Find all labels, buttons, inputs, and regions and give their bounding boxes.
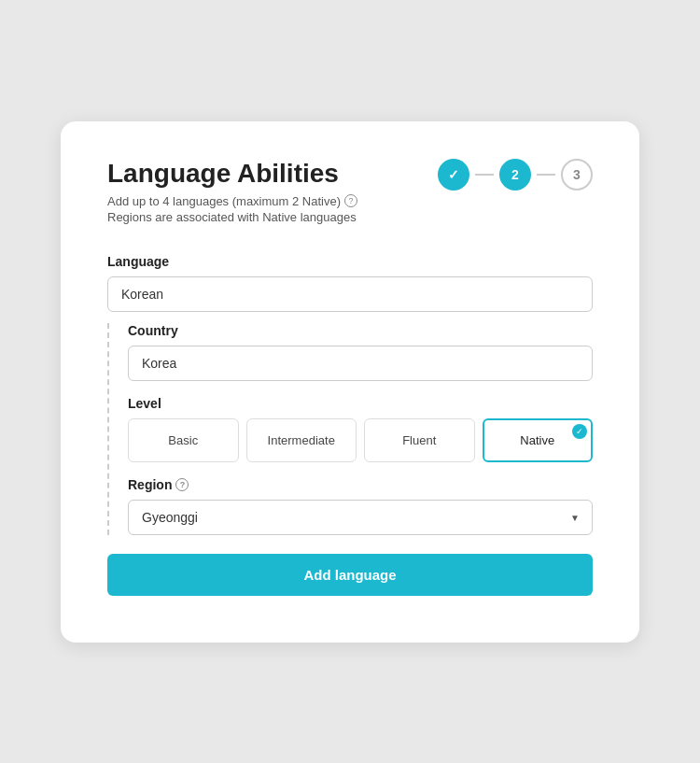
region-field: Region ? Gyeonggi Seoul Busan Jeju ▼ xyxy=(128,477,593,535)
language-label: Language xyxy=(107,254,593,269)
level-basic-button[interactable]: Basic xyxy=(128,418,239,462)
step-connector-2 xyxy=(537,174,555,176)
level-fluent-label: Fluent xyxy=(402,433,436,447)
title-section: Language Abilities Add up to 4 languages… xyxy=(107,159,438,224)
main-card: Language Abilities Add up to 4 languages… xyxy=(61,121,639,643)
subtitle-note: Regions are associated with Native langu… xyxy=(107,210,438,224)
language-field-row: Language xyxy=(107,254,593,312)
step-1: ✓ xyxy=(438,159,469,191)
level-native-label: Native xyxy=(520,433,554,447)
step-2-label: 2 xyxy=(511,167,519,182)
language-input[interactable] xyxy=(107,276,593,312)
level-options: Basic Intermediate Fluent ✓ Native xyxy=(128,418,593,462)
step-1-check-icon: ✓ xyxy=(448,167,459,182)
native-check-icon: ✓ xyxy=(572,424,587,439)
subtitle: Add up to 4 languages (maximum 2 Native)… xyxy=(107,194,438,208)
step-connector-1 xyxy=(475,174,494,176)
page-title: Language Abilities xyxy=(107,159,438,189)
country-label: Country xyxy=(128,323,593,338)
header: Language Abilities Add up to 4 languages… xyxy=(107,159,593,224)
step-2: 2 xyxy=(499,159,531,191)
level-intermediate-button[interactable]: Intermediate xyxy=(246,418,357,462)
step-3-label: 3 xyxy=(573,167,581,182)
level-field: Level Basic Intermediate Fluent ✓ Native xyxy=(128,396,593,462)
add-language-button[interactable]: Add language xyxy=(107,554,593,596)
form: Language Country Level Basic Intermediat… xyxy=(107,254,593,596)
level-fluent-button[interactable]: Fluent xyxy=(364,418,475,462)
region-help-icon[interactable]: ? xyxy=(175,478,189,491)
subtitle-text: Add up to 4 languages (maximum 2 Native) xyxy=(107,194,341,208)
country-input[interactable] xyxy=(128,346,593,381)
subtitle-help-icon[interactable]: ? xyxy=(344,194,357,207)
region-select[interactable]: Gyeonggi Seoul Busan Jeju xyxy=(128,500,593,535)
steps-indicator: ✓ 2 3 xyxy=(438,159,593,191)
region-label: Region ? xyxy=(128,477,593,492)
level-intermediate-label: Intermediate xyxy=(268,433,335,447)
region-select-wrapper: Gyeonggi Seoul Busan Jeju ▼ xyxy=(128,500,593,535)
level-label: Level xyxy=(128,396,593,411)
country-field: Country xyxy=(128,323,593,381)
sub-section: Country Level Basic Intermediate Fluent xyxy=(107,323,593,535)
level-native-button[interactable]: ✓ Native xyxy=(483,418,594,462)
step-3: 3 xyxy=(561,159,593,191)
level-basic-label: Basic xyxy=(168,433,198,447)
